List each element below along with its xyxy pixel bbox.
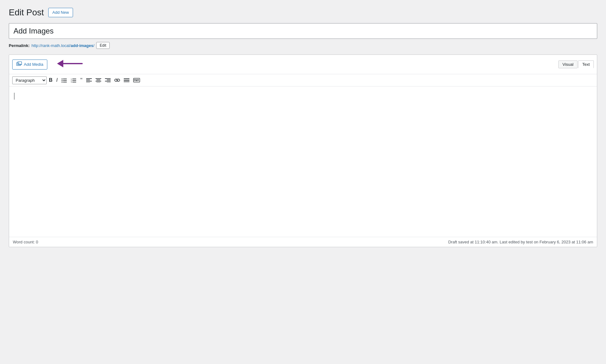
svg-point-2	[18, 62, 19, 63]
permalink-base: http://rank-math.local/	[31, 43, 71, 48]
tab-visual[interactable]: Visual	[558, 60, 577, 68]
svg-rect-35	[137, 79, 138, 80]
svg-rect-39	[138, 80, 139, 81]
svg-rect-34	[135, 79, 136, 80]
svg-rect-33	[134, 79, 135, 80]
word-count-value: 0	[36, 240, 38, 244]
link-icon	[114, 78, 120, 82]
svg-rect-36	[138, 79, 139, 80]
svg-point-4	[62, 79, 63, 80]
align-center-button[interactable]	[94, 77, 103, 84]
word-count-label: Word count:	[13, 240, 35, 244]
align-right-button[interactable]	[103, 77, 112, 84]
format-select[interactable]: Paragraph Heading 1 Heading 2 Heading 3	[12, 76, 47, 84]
arrow-annotation	[52, 57, 84, 71]
editor-container: Add Media Visual Text Paragraph Heading …	[9, 55, 597, 247]
keyboard-button[interactable]	[132, 76, 142, 84]
editor-topbar: Add Media Visual Text	[9, 55, 597, 74]
editor-footer: Word count: 0 Draft saved at 11:10:40 am…	[9, 237, 597, 247]
unordered-list-icon	[61, 78, 67, 83]
permalink-edit-button[interactable]: Edit	[96, 42, 110, 49]
unordered-list-button[interactable]	[60, 76, 69, 84]
word-count: Word count: 0	[13, 240, 38, 244]
media-svg-icon	[16, 61, 22, 66]
editor-tabs: Visual Text	[558, 60, 594, 68]
align-center-icon	[96, 78, 101, 82]
permalink-label: Permalink:	[9, 43, 29, 48]
page-header: Edit Post Add New	[9, 8, 597, 18]
svg-text:3.: 3.	[71, 81, 72, 83]
permalink-row: Permalink: http://rank-math.local/add-im…	[9, 42, 597, 49]
ordered-list-icon: 1. 2. 3.	[71, 78, 76, 83]
blockquote-button[interactable]: "	[79, 76, 84, 84]
align-right-icon	[105, 78, 111, 82]
text-cursor	[14, 93, 14, 100]
editor-topbar-left: Add Media	[12, 57, 84, 71]
horizontal-rule-button[interactable]	[122, 77, 131, 84]
permalink-slug: add-images	[71, 43, 93, 48]
add-media-label: Add Media	[24, 62, 43, 67]
svg-point-8	[62, 82, 63, 83]
align-left-icon	[86, 78, 92, 82]
svg-point-6	[62, 80, 63, 81]
horizontal-rule-icon	[124, 78, 129, 82]
ordered-list-button[interactable]: 1. 2. 3.	[69, 76, 78, 84]
editor-toolbar: Paragraph Heading 1 Heading 2 Heading 3 …	[9, 74, 597, 86]
permalink-link[interactable]: http://rank-math.local/add-images/	[31, 43, 94, 48]
add-media-icon	[16, 61, 22, 68]
svg-marker-3	[57, 60, 63, 67]
keyboard-icon	[133, 78, 140, 83]
page-title: Edit Post	[9, 8, 44, 18]
svg-rect-32	[133, 78, 140, 82]
add-new-button[interactable]: Add New	[48, 8, 73, 17]
bold-button[interactable]: B	[47, 76, 54, 84]
italic-button[interactable]: I	[55, 76, 59, 84]
add-media-button[interactable]: Add Media	[12, 60, 47, 70]
align-left-button[interactable]	[85, 77, 93, 84]
draft-status: Draft saved at 11:10:40 am. Last edited …	[448, 240, 593, 244]
editor-body[interactable]	[9, 86, 597, 237]
svg-rect-38	[135, 80, 138, 81]
link-button[interactable]	[113, 77, 122, 84]
permalink-trailing: /	[93, 43, 95, 48]
arrow-svg	[52, 57, 84, 70]
tab-text[interactable]: Text	[578, 60, 594, 68]
svg-rect-37	[134, 80, 135, 81]
post-title-input[interactable]	[9, 23, 597, 39]
